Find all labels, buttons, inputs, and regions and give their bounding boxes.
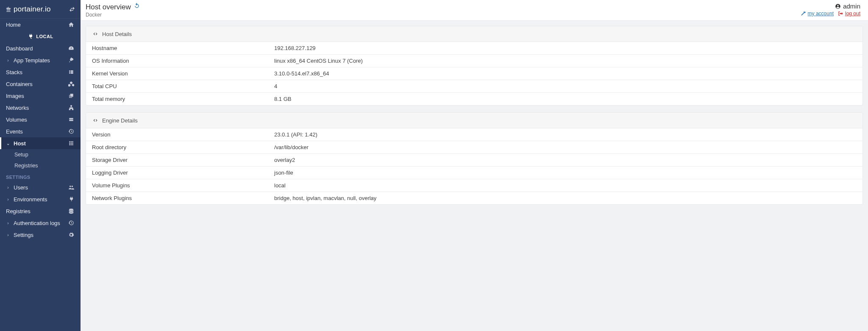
sitemap-icon [68, 104, 75, 111]
row-network-plugins: Network Plugins bridge, host, ipvlan, ma… [86, 192, 862, 204]
th-icon [68, 140, 75, 147]
panel-host-details-title: Host Details [102, 31, 132, 37]
sidebar-environment-badge: LOCAL [0, 31, 81, 42]
sidebar-environments-label: Environments [14, 196, 47, 203]
panel-engine-details: Engine Details Version 23.0.1 (API: 1.42… [86, 112, 863, 205]
sidebar-settings-label: Settings [14, 232, 33, 238]
panel-engine-details-header: Engine Details [86, 113, 862, 128]
home-icon [68, 21, 75, 28]
sidebar-item-environments[interactable]: ›Environments [0, 193, 81, 205]
sidebar-item-host[interactable]: ⌄Host [0, 137, 81, 149]
sidebar-item-auth-logs[interactable]: ›Authentication logs [0, 217, 81, 229]
tachometer-icon [68, 45, 75, 52]
volume-plugins-key: Volume Plugins [86, 179, 268, 192]
user-name: admin [843, 3, 860, 10]
database-icon [68, 208, 75, 214]
sidebar-containers-label: Containers [6, 81, 33, 87]
logging-key: Logging Driver [86, 167, 268, 179]
sidebar-sub-setup[interactable]: Setup [0, 149, 81, 160]
topbar-right: admin my account log out [800, 3, 860, 17]
history-icon [68, 220, 75, 226]
panel-host-details-body: Hostname 192.168.227.129 OS Information … [86, 42, 862, 105]
row-memory: Total memory 8.1 GB [86, 93, 862, 105]
os-key: OS Information [86, 55, 268, 67]
sidebar-item-registries[interactable]: Registries [0, 205, 81, 217]
account-links: my account log out [800, 10, 860, 17]
plug-icon [68, 196, 75, 203]
sidebar-item-settings[interactable]: ›Settings [0, 229, 81, 241]
sidebar-dashboard-label: Dashboard [6, 45, 33, 52]
sidebar-item-containers[interactable]: Containers [0, 78, 81, 90]
sidebar-item-users[interactable]: ›Users [0, 181, 81, 193]
main: Host overview Docker admin my account [81, 0, 868, 331]
page-title-text: Host overview [86, 3, 131, 11]
sidebar-item-events[interactable]: Events [0, 125, 81, 137]
log-out-link[interactable]: log out [837, 10, 860, 17]
memory-key: Total memory [86, 93, 268, 105]
sidebar-host-registries-label: Registries [14, 163, 38, 169]
sidebar-item-app-templates[interactable]: ›App Templates [0, 54, 81, 66]
kernel-key: Kernel Version [86, 67, 268, 80]
sidebar-item-images[interactable]: Images [0, 90, 81, 102]
sidebar-item-stacks[interactable]: Stacks [0, 66, 81, 78]
version-value: 23.0.1 (API: 1.42) [268, 128, 862, 141]
sidebar-volumes-label: Volumes [6, 117, 27, 123]
code-icon [92, 117, 99, 124]
storage-key: Storage Driver [86, 154, 268, 166]
portainer-logo-icon [5, 6, 12, 13]
sidebar-events-label: Events [6, 128, 23, 135]
sidebar-users-label: Users [14, 184, 28, 191]
hostname-key: Hostname [86, 42, 268, 54]
list-icon [68, 69, 75, 75]
sidebar-sub-registries[interactable]: Registries [0, 160, 81, 171]
panel-engine-details-title: Engine Details [102, 117, 138, 124]
sidebar-home-label: Home [6, 22, 21, 28]
network-plugins-key: Network Plugins [86, 192, 268, 204]
sign-out-icon [837, 10, 844, 17]
page-title: Host overview [86, 3, 140, 11]
history-icon [68, 128, 75, 135]
row-kernel: Kernel Version 3.10.0-514.el7.x86_64 [86, 67, 862, 80]
chevron-right-icon: › [6, 233, 10, 237]
code-icon [92, 31, 99, 37]
root-key: Root directory [86, 141, 268, 153]
sidebar-item-volumes[interactable]: Volumes [0, 114, 81, 125]
sidebar-item-home[interactable]: Home [0, 19, 81, 31]
my-account-label: my account [808, 11, 834, 17]
memory-value: 8.1 GB [268, 93, 862, 105]
sidebar-stacks-label: Stacks [6, 69, 22, 75]
sidebar: portainer.io Home LOCAL Dashboard ›App T… [0, 0, 81, 331]
brand-label: portainer.io [14, 5, 51, 14]
sidebar-host-label: Host [14, 140, 26, 147]
chevron-right-icon: › [6, 185, 10, 190]
sidebar-registries-label: Registries [6, 208, 31, 214]
clone-icon [68, 92, 75, 99]
row-hostname: Hostname 192.168.227.129 [86, 42, 862, 55]
kernel-value: 3.10.0-514.el7.x86_64 [268, 67, 862, 80]
rocket-icon [68, 57, 75, 64]
sidebar-logo[interactable]: portainer.io [0, 0, 81, 19]
refresh-button[interactable] [134, 3, 140, 11]
row-version: Version 23.0.1 (API: 1.42) [86, 128, 862, 141]
sidebar-env-label: LOCAL [36, 34, 53, 39]
cpu-value: 4 [268, 80, 862, 92]
sidebar-app-templates-label: App Templates [14, 57, 50, 64]
page-subtitle: Docker [86, 12, 140, 18]
sidebar-item-dashboard[interactable]: Dashboard [0, 42, 81, 54]
app-root: portainer.io Home LOCAL Dashboard ›App T… [0, 0, 868, 331]
sidebar-section-settings: SETTINGS [0, 171, 81, 181]
swap-icon[interactable] [69, 6, 75, 13]
cubes-icon [68, 81, 75, 87]
row-logging-driver: Logging Driver json-file [86, 167, 862, 179]
cogs-icon [68, 231, 75, 238]
row-root-dir: Root directory /var/lib/docker [86, 141, 862, 154]
sidebar-item-networks[interactable]: Networks [0, 102, 81, 114]
sidebar-images-label: Images [6, 93, 24, 99]
hostname-value: 192.168.227.129 [268, 42, 862, 54]
my-account-link[interactable]: my account [800, 10, 834, 17]
chevron-right-icon: › [6, 197, 10, 202]
chevron-down-icon: ⌄ [6, 141, 10, 146]
users-icon [68, 184, 75, 191]
sidebar-setup-label: Setup [14, 152, 28, 158]
panel-host-details-header: Host Details [86, 26, 862, 42]
